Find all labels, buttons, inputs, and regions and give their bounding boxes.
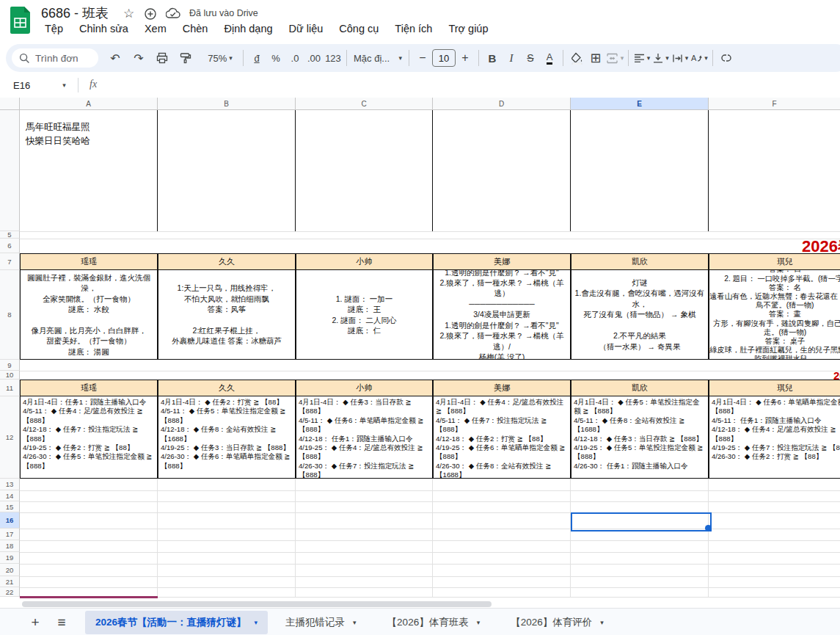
insert-link-button[interactable] [717,48,736,68]
cell-C11-name[interactable]: 小帅 [296,380,433,396]
cell-E11-name[interactable]: 凱欣 [571,380,709,396]
menu-insert[interactable]: Chèn [176,21,215,36]
horizontal-scrollbar[interactable] [22,601,492,607]
fill-color-button[interactable] [567,48,586,68]
increase-decimal-button[interactable]: .00 [304,48,324,68]
print-button[interactable] [153,48,172,68]
row-header-18[interactable]: 18 [0,540,20,552]
fill-handle[interactable] [705,525,712,531]
cell-C12[interactable]: 4月1日-4日： ◆ 任务3：当日存款 ≧ 【888】 4/5-11： ◆ 任务… [296,396,433,479]
font-selector[interactable]: Mặc đị... ▾ [351,48,405,68]
row-header-10[interactable]: 10 [0,371,20,380]
column-header-B[interactable]: B [158,98,296,110]
text-color-button[interactable]: A [540,48,559,68]
row-header-16[interactable]: 16 [0,512,20,529]
cell-E7-name[interactable]: 凱欣 [571,253,709,270]
text-rotation-button[interactable]: A ▾ [690,48,709,68]
cell-B11-name[interactable]: 久久 [158,380,296,396]
text-wrap-button[interactable]: ▾ [671,48,690,68]
sheets-logo-icon[interactable] [10,7,30,34]
cell-D8[interactable]: 1.透明的劍是什麼劍？ →看不"見" 2.狼來了，猜一種水果？ →楊桃（羊逃） … [433,270,571,360]
row-header-9[interactable]: 9 [0,360,20,371]
cell-A1-note[interactable]: 馬年旺旺福星照 快樂日日笑哈哈 [20,110,158,231]
row-header-15[interactable]: 15 [0,501,20,512]
sheet-tab-2[interactable]: 【2026】体育班表 ▾ [377,611,491,634]
select-all-corner[interactable] [0,98,20,110]
more-formats-button[interactable]: 123 [324,48,343,68]
move-to-folder-icon[interactable] [144,7,157,21]
menu-extensions[interactable]: Tiện ích [388,21,439,36]
menu-tools[interactable]: Công cụ [332,21,385,36]
sheet-tab-active[interactable]: 2026春节【活動一：直播猜灯谜】 ▾ [85,611,268,634]
cell-E12[interactable]: 4月1日-4日： ◆ 任务5：单笔投注指定金额 ≧ 【888】 4/5-11： … [571,396,709,479]
redo-button[interactable]: ↷ [129,48,148,68]
menu-file[interactable]: Tệp [38,21,70,36]
cell-C8[interactable]: 1. 謎面： 一加一 謎底： 王 2. 謎面： 二人同心 謎底： 仁 [296,270,433,360]
cell-B7-name[interactable]: 久久 [158,253,296,270]
column-header-C[interactable]: C [296,98,433,110]
row-header-22[interactable]: 22 [0,587,20,597]
row-header-5[interactable]: 5 [0,231,20,239]
menu-format[interactable]: Định dạng [217,21,279,36]
document-title[interactable]: 6686 - 班表 [41,4,109,22]
row-header-13[interactable]: 13 [0,479,20,490]
cloud-saved-icon[interactable] [166,7,180,20]
cell-B8[interactable]: 1:天上一只鸟，用线拴得牢， 不怕大风吹，就怕细雨飘 答案：风筝 2:红红果子棍… [158,270,296,360]
italic-button[interactable]: I [502,48,521,68]
row-header-21[interactable]: 21 [0,576,20,587]
menus-search-box[interactable]: Trình đơn [12,48,98,68]
menu-edit[interactable]: Chỉnh sửa [73,21,135,36]
cell-F7-name[interactable]: 琪兒 [709,253,840,270]
name-box[interactable]: E16 ▾ [9,77,76,93]
strikethrough-button[interactable]: S [521,48,540,68]
cell-F8[interactable]: 畫時圓，寫時方；冬時短，夏時長。(猜一字) 答案： 日 2. 題目： 一口咬掉多… [709,270,840,360]
column-header-D[interactable]: D [433,98,571,110]
bold-button[interactable]: B [483,48,502,68]
selected-cell-E16[interactable] [571,512,712,531]
row-header-6[interactable]: 6 [0,239,20,253]
column-header-F[interactable]: F [709,98,840,110]
cell-C7-name[interactable]: 小帅 [296,253,433,270]
menu-data[interactable]: Dữ liệu [282,21,330,36]
cell-D11-name[interactable]: 美娜 [433,380,571,396]
decrease-font-size-button[interactable]: − [413,48,432,68]
cell-D12[interactable]: 4月1日-4日： ◆ 任务4：足/篮总有效投注 ≧ 【888】 4/5-11： … [433,396,571,479]
sheet-tab-1[interactable]: 主播犯错记录 ▾ [275,611,367,634]
paint-format-button[interactable] [176,48,195,68]
format-currency-button[interactable]: đ [247,48,266,68]
cell-D7-name[interactable]: 美娜 [433,253,571,270]
row-header-merged-top[interactable] [0,110,20,231]
row-header-12[interactable]: 12 [0,396,20,479]
column-header-E[interactable]: E [571,98,709,110]
row-header-19[interactable]: 19 [0,552,20,564]
cell-A8[interactable]: 圓圓肚子裡，裝滿金銀財，進火洗個澡， 全家笑開懷。（打一食物） 謎底： 水餃 像… [20,270,158,360]
vertical-align-button[interactable]: ▾ [651,48,671,68]
row-header-7[interactable]: 7 [0,253,20,270]
row-header-14[interactable]: 14 [0,490,20,501]
zoom-control[interactable]: 75% ▾ [201,48,239,68]
font-size-input[interactable]: 10 [432,49,456,67]
sheet-tab-3[interactable]: 【2026】体育评价 ▾ [500,611,614,634]
borders-button[interactable]: ⊞ [586,48,605,68]
merge-cells-button[interactable]: ▾ [605,48,624,68]
add-sheet-button[interactable]: + [22,614,48,631]
format-percent-button[interactable]: % [266,48,285,68]
cell-A11-name[interactable]: 瑶瑶 [20,380,158,396]
star-icon[interactable]: ☆ [123,6,134,21]
decrease-decimal-button[interactable]: .0 [285,48,304,68]
cell-F12[interactable]: 4月1日-4日： ◆ 任务6：单笔晒单指定金额 ≧ 【888】 4/5-11： … [709,396,840,479]
cell-B12[interactable]: 4月1日-4日： ◆ 任务2：打赏 ≧ 【88】 4/5-11： ◆ 任务5：单… [158,396,296,479]
row-header-17[interactable]: 17 [0,529,20,540]
row-header-11[interactable]: 11 [0,380,20,396]
row-header-20[interactable]: 20 [0,564,20,576]
row-header-8[interactable]: 8 [0,270,20,360]
increase-font-size-button[interactable]: + [456,48,475,68]
cell-A12[interactable]: 4月1日-4日：任务1：跟随主播输入口令 4/5-11： ◆ 任务4：足/篮总有… [20,396,158,479]
cell-A7-name[interactable]: 瑶瑶 [20,253,158,270]
horizontal-align-button[interactable]: ▾ [632,48,651,68]
cell-E8[interactable]: 灯谜 1.會走沒有腿，會吃沒有嘴，遇河沒有水， 死了沒有鬼（猜一物品） → 象棋… [571,270,709,360]
column-header-A[interactable]: A [20,98,158,110]
cell-F11-name[interactable]: 琪兒 [709,380,840,396]
undo-button[interactable]: ↶ [106,48,125,68]
all-sheets-button[interactable]: ≡ [48,614,75,631]
